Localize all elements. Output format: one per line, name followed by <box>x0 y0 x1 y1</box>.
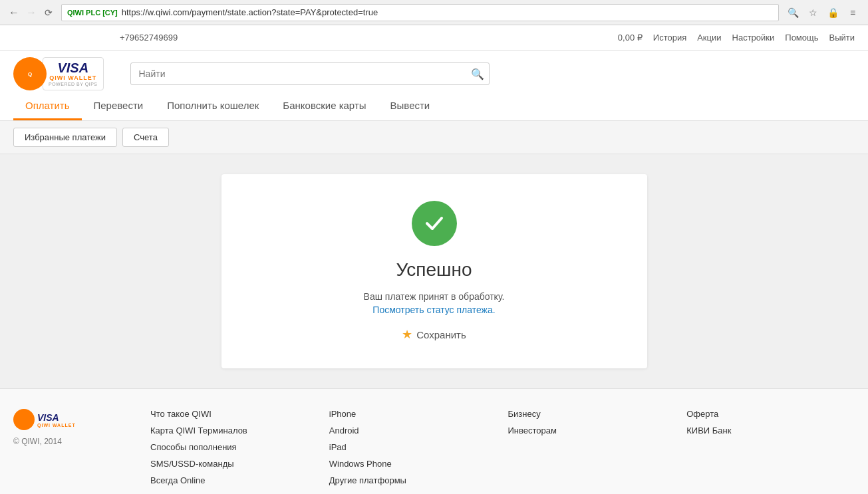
help-link[interactable]: Помощь <box>785 33 818 43</box>
footer-link-other-platforms[interactable]: Другие платформы <box>329 475 487 485</box>
balance: 0,00 ₽ <box>618 33 643 43</box>
main-content: Успешно Ваш платеж принят в обработку. П… <box>0 154 868 388</box>
footer-link-investoram[interactable]: Инвесторам <box>508 426 666 435</box>
footer-circle <box>13 409 35 430</box>
star-icon: ★ <box>402 327 412 342</box>
footer-logo-mark: VISA QIWI WALLET <box>13 409 120 430</box>
checkmark-svg <box>422 211 447 236</box>
success-title: Успешно <box>396 259 472 281</box>
search-input[interactable] <box>130 62 490 85</box>
footer-col-1: Что такое QIWI Карта QIWI Терминалов Спо… <box>140 409 319 492</box>
refresh-button[interactable]: ⟳ <box>41 5 56 20</box>
visa-text: VISA <box>57 61 88 75</box>
settings-link[interactable]: Настройки <box>732 33 775 43</box>
footer-col-4: Оферта КИВИ Банк <box>676 409 855 492</box>
logo[interactable]: Q VISA QIWI WALLET POWERED BY QIPS <box>13 57 104 90</box>
success-icon <box>412 201 457 246</box>
logout-link[interactable]: Выйти <box>829 33 855 43</box>
nav-perevesti[interactable]: Перевести <box>82 90 156 120</box>
qiwi-wallet-text: QIWI WALLET <box>49 75 96 82</box>
nav-vyvesti[interactable]: Вывести <box>378 90 442 120</box>
qiwi-logo-q: Q <box>28 71 32 77</box>
tab-izbrannye[interactable]: Избранные платежи <box>13 128 117 147</box>
powered-by-text: POWERED BY QIPS <box>49 82 98 87</box>
tab-scheta[interactable]: Счета <box>122 128 169 147</box>
menu-button[interactable]: ≡ <box>844 5 861 20</box>
footer-link-android[interactable]: Android <box>329 426 487 435</box>
ssl-badge: QIWI PLC [CY] <box>67 9 118 17</box>
qiwi-circle-logo: Q <box>13 57 47 90</box>
footer-link-karta[interactable]: Карта QIWI Терминалов <box>150 426 308 435</box>
nav-bank-karty[interactable]: Банковские карты <box>271 90 378 120</box>
phone-number: +79652749699 <box>120 33 178 43</box>
visa-qiwi-logo: VISA QIWI WALLET POWERED BY QIPS <box>43 57 104 90</box>
search-button[interactable]: 🔍 <box>471 68 484 80</box>
footer-visa: VISA <box>37 412 76 423</box>
save-button[interactable]: ★ Сохранить <box>402 327 466 342</box>
footer-link-sposoby[interactable]: Способы пополнения <box>150 442 308 452</box>
footer-link-iphone[interactable]: iPhone <box>329 409 487 419</box>
browser-actions: 🔍 ☆ 🔒 ≡ <box>784 5 861 20</box>
forward-button[interactable]: → <box>24 5 39 20</box>
promo-link[interactable]: Акции <box>697 33 721 43</box>
search-browser-button[interactable]: 🔍 <box>784 5 801 20</box>
success-description: Ваш платеж принят в обработку. <box>364 291 505 302</box>
footer-logo: VISA QIWI WALLET © QIWI, 2014 <box>13 409 120 492</box>
nav-oplat[interactable]: Оплатить <box>13 90 82 120</box>
main-nav: Оплатить Перевести Пополнить кошелек Бан… <box>0 90 868 121</box>
footer-qiwi: QIWI WALLET <box>37 423 76 428</box>
bookmark-button[interactable]: ☆ <box>804 5 821 20</box>
history-link[interactable]: История <box>653 33 686 43</box>
extension-button[interactable]: 🔒 <box>824 5 841 20</box>
footer-col-3: Бизнесу Инвесторам <box>498 409 676 492</box>
site-header: Q VISA QIWI WALLET POWERED BY QIPS 🔍 <box>0 51 868 90</box>
footer-link-chto[interactable]: Что такое QIWI <box>150 409 308 419</box>
nav-buttons: ← → ⟳ <box>7 5 56 20</box>
status-link[interactable]: Посмотреть статус платежа. <box>372 305 495 315</box>
sub-nav: Избранные платежи Счета <box>0 121 868 154</box>
footer-link-windows-phone[interactable]: Windows Phone <box>329 459 487 469</box>
nav-popolnit[interactable]: Пополнить кошелек <box>155 90 271 120</box>
url-text: https://w.qiwi.com/payment/state.action?… <box>122 7 773 17</box>
back-button[interactable]: ← <box>7 5 21 20</box>
footer-col-2: iPhone Android iPad Windows Phone Другие… <box>319 409 498 492</box>
footer-link-kivi-bank[interactable]: КИВИ Банк <box>686 426 844 435</box>
site-top-bar: +79652749699 0,00 ₽ История Акции Настро… <box>0 25 868 51</box>
footer-logo-text: VISA QIWI WALLET <box>37 412 76 428</box>
footer-link-sms[interactable]: SMS/USSD-команды <box>150 459 308 469</box>
site-footer: VISA QIWI WALLET © QIWI, 2014 Что такое … <box>0 388 868 494</box>
search-bar: 🔍 <box>130 62 490 85</box>
footer-link-ipad[interactable]: iPad <box>329 442 487 452</box>
browser-chrome: ← → ⟳ QIWI PLC [CY] https://w.qiwi.com/p… <box>0 0 868 25</box>
footer-copyright: © QIWI, 2014 <box>13 437 120 446</box>
footer-link-oferta[interactable]: Оферта <box>686 409 844 419</box>
footer-link-biznesu[interactable]: Бизнесу <box>508 409 666 419</box>
footer-link-vsegda[interactable]: Всегда Online <box>150 475 308 485</box>
address-bar[interactable]: QIWI PLC [CY] https://w.qiwi.com/payment… <box>61 4 779 21</box>
save-label: Сохранить <box>416 329 466 340</box>
success-card: Успешно Ваш платеж принят в обработку. П… <box>221 174 647 368</box>
